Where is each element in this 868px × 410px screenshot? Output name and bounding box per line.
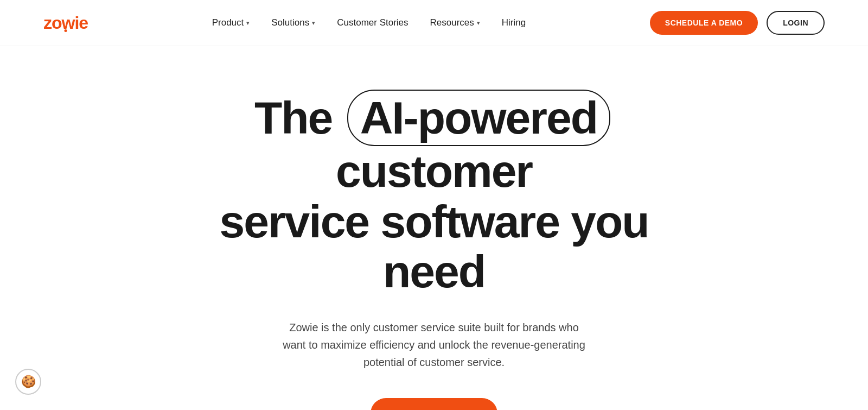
nav-item-label: Resources <box>430 17 474 28</box>
nav-item-label: Product <box>212 17 244 28</box>
nav-item-label: Hiring <box>502 17 526 28</box>
nav-actions: SCHEDULE A DEMO LOGIN <box>650 11 825 35</box>
chevron-down-icon: ▾ <box>312 20 315 27</box>
hero-subtitle: Zowie is the only customer service suite… <box>282 319 586 371</box>
nav-item-resources[interactable]: Resources▾ <box>422 13 489 33</box>
nav-item-hiring[interactable]: Hiring <box>493 13 534 33</box>
hero-heading-post1: customer <box>336 146 532 197</box>
cookie-consent-button[interactable]: 🍪 <box>15 369 41 395</box>
login-button[interactable]: LOGIN <box>767 11 825 35</box>
hero-heading-line1: The AI-powered customer <box>201 90 667 197</box>
logo[interactable]: zowie <box>43 13 88 33</box>
logo-dot <box>65 29 67 32</box>
chevron-down-icon: ▾ <box>246 20 250 27</box>
main-nav: Product▾Solutions▾Customer StoriesResour… <box>120 13 617 33</box>
nav-item-label: Customer Stories <box>337 17 408 28</box>
get-started-button[interactable]: GET STARTED <box>371 398 497 410</box>
hero-heading-line2: service software you need <box>201 197 667 297</box>
nav-item-label: Solutions <box>271 17 309 28</box>
hero-ai-badge: AI-powered <box>347 90 610 146</box>
schedule-demo-button[interactable]: SCHEDULE A DEMO <box>650 11 758 35</box>
nav-item-product[interactable]: Product▾ <box>203 13 259 33</box>
chevron-down-icon: ▾ <box>477 20 480 27</box>
cookie-icon: 🍪 <box>21 375 36 389</box>
hero-ai-badge-text: AI-powered <box>360 92 597 143</box>
hero-heading: The AI-powered customer service software… <box>201 90 667 297</box>
nav-item-solutions[interactable]: Solutions▾ <box>263 13 324 33</box>
nav-item-customer-stories[interactable]: Customer Stories <box>328 13 417 33</box>
hero-heading-pre: The <box>254 92 332 143</box>
hero-section: The AI-powered customer service software… <box>0 46 868 410</box>
